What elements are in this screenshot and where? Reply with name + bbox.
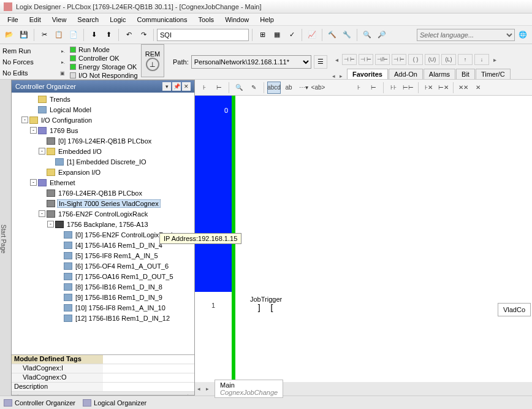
cut-icon[interactable]: ✂ [37, 28, 51, 42]
abcd-toggle-icon[interactable]: abcd [267, 82, 281, 94]
t3-icon[interactable]: ⊦⊦ [387, 82, 400, 94]
tree-item[interactable]: [6] 1756-OF4 Rem1_A_OUT_6 [13, 261, 193, 271]
mode-dropdown-icon[interactable]: ▸. [61, 48, 65, 54]
edits-dropdown-icon[interactable]: ▣ [60, 71, 65, 76]
redo-icon[interactable]: ↷ [137, 28, 150, 42]
menu-communications[interactable]: Communications [132, 15, 192, 25]
crossref-icon[interactable]: ⊞ [256, 28, 269, 42]
tag-icon[interactable]: ▦ [270, 28, 284, 42]
verify-icon[interactable]: ✓ [285, 28, 298, 42]
tree-item[interactable]: -1756 Backplane, 1756-A13 [13, 219, 193, 229]
palette-tab-timer/c[interactable]: Timer/C [476, 69, 511, 79]
tree-item[interactable]: [0] 1769-L24ER-QB1B PLCbox [13, 136, 193, 146]
tree-item[interactable]: 1769-L24ER-QB1B PLCbox [13, 188, 193, 198]
palette-left-icon[interactable]: ◂ [332, 55, 341, 64]
main-tab[interactable]: Main CognexJobChange [215, 380, 283, 398]
tree-item[interactable]: -1769 Bus [13, 125, 193, 136]
tree-expander-icon[interactable]: - [30, 127, 37, 134]
palette-tab-add-on[interactable]: Add-On [389, 69, 423, 79]
rung-0-selected[interactable]: 0 [195, 96, 232, 292]
undo-icon[interactable]: ↶ [122, 28, 135, 42]
language-select[interactable]: Select language... [417, 29, 515, 41]
element-button-1[interactable]: ⊣ ⊢ [359, 54, 373, 65]
quickfind-input[interactable] [157, 29, 249, 41]
path-browse-icon[interactable]: ☰ [314, 55, 327, 69]
element-button-4[interactable]: ( ) [408, 54, 423, 65]
tree-expander-icon[interactable]: - [21, 117, 28, 123]
build-icon[interactable]: 🔨 [325, 28, 339, 42]
open-icon[interactable]: 📂 [2, 28, 16, 42]
globe-icon[interactable]: 🌐 [516, 28, 530, 42]
tabs-right-icon[interactable]: ▸ [340, 73, 347, 79]
tree-expander-icon[interactable]: - [30, 179, 37, 186]
tree-item[interactable]: Logical Model [13, 104, 193, 115]
element-button-6[interactable]: (L) [441, 54, 456, 65]
menu-tools[interactable]: Tools [193, 15, 219, 25]
tree-expander-icon[interactable]: - [39, 148, 45, 155]
download-icon[interactable]: ⬇ [87, 28, 101, 42]
t6-icon[interactable]: ⊢✕ [436, 82, 450, 94]
pin-icon[interactable]: 📌 [172, 82, 181, 91]
palette-tab-alarms[interactable]: Alarms [424, 69, 455, 79]
logical-organizer-tab[interactable]: Logical Organizer [83, 399, 146, 407]
path-select[interactable]: PersonalNetwork\192.168.1.11* [191, 55, 311, 69]
tree-expander-icon[interactable]: - [39, 210, 45, 217]
tree-item[interactable]: [7] 1756-OA16 Rem1_D_OUT_5 [13, 271, 193, 281]
element-button-7[interactable]: ↑ [458, 54, 473, 65]
zoom-icon[interactable]: 🔍 [232, 82, 246, 94]
tree-item[interactable]: In-Sight 7000 Series VladCognex [13, 198, 193, 208]
code-icon[interactable]: <ab> [311, 82, 325, 94]
element-button-3[interactable]: ⊣ ⊢ [392, 54, 406, 65]
element-button-0[interactable]: ⊣ ⊢ [342, 54, 357, 65]
instruction-box[interactable]: VladCo [498, 303, 531, 316]
prop-row[interactable]: VladCognex:I [12, 364, 103, 373]
tree-item[interactable]: Trends [13, 94, 193, 104]
branch-icon[interactable]: ⊢ [212, 82, 226, 94]
xic-contact[interactable]: JobTrigger ] [ [250, 296, 282, 313]
palette-right-icon[interactable]: ▸ [490, 55, 499, 64]
tree-item[interactable]: [10] 1756-IF8 Rem1_A_IN_10 [13, 302, 193, 313]
menu-view[interactable]: View [47, 15, 72, 25]
tree-item[interactable]: Expansion I/O [13, 167, 193, 177]
tree-item[interactable]: -I/O Configuration [13, 115, 193, 125]
t1-icon[interactable]: ⊦ [352, 82, 365, 94]
tab-left-icon[interactable]: ◂ [197, 386, 206, 392]
organizer-tree[interactable]: TrendsLogical Model-I/O Configuration-17… [12, 93, 194, 354]
ladder-area[interactable]: 0 1 JobTrigger ] [ VladCo [195, 96, 532, 396]
tree-item[interactable]: [8] 1756-IB16 Rem1_D_IN_8 [13, 281, 193, 292]
tabs-left-icon[interactable]: ◂ [332, 73, 340, 79]
dropdown-icon[interactable]: ▾ [162, 82, 171, 91]
rung-1[interactable]: 1 JobTrigger ] [ VladCo [195, 293, 532, 324]
menu-logic[interactable]: Logic [105, 15, 131, 25]
palette-tab-bit[interactable]: Bit [456, 69, 475, 79]
menu-file[interactable]: File [2, 15, 23, 25]
tree-item[interactable]: [9] 1756-IB16 Rem1_D_IN_9 [13, 292, 193, 302]
t2-icon[interactable]: ⊢ [367, 82, 380, 94]
save-icon[interactable]: 💾 [17, 28, 31, 42]
tree-expander-icon[interactable]: - [47, 221, 54, 227]
forces-dropdown-icon[interactable]: ▸. [61, 59, 65, 65]
tree-item[interactable]: [1] Embedded Discrete_IO [13, 156, 193, 167]
trend-icon[interactable]: 📈 [305, 28, 319, 42]
palette-tab-favorites[interactable]: Favorites [347, 69, 388, 79]
copy-icon[interactable]: 📋 [52, 28, 66, 42]
dots-icon[interactable]: ⋯▾ [297, 82, 310, 94]
start-page-strip[interactable]: Start Page [0, 80, 11, 396]
element-button-2[interactable]: ⊣/⊢ [375, 54, 390, 65]
controller-organizer-tab[interactable]: Controller Organizer [4, 399, 75, 407]
tree-item[interactable]: -Ethernet [13, 177, 193, 188]
tree-item[interactable]: [5] 1756-IF8 Rem1_A_IN_5 [13, 250, 193, 261]
build-all-icon[interactable]: 🔧 [340, 28, 354, 42]
t8-icon[interactable]: ✕ [471, 82, 485, 94]
rung-icon[interactable]: ⊦ [197, 82, 211, 94]
menu-edit[interactable]: Edit [25, 15, 46, 25]
menu-search[interactable]: Search [72, 15, 104, 25]
upload-icon[interactable]: ⬆ [102, 28, 115, 42]
scrollbar[interactable]: ◂▸ [12, 392, 194, 395]
browse-icon[interactable]: 🔎 [375, 28, 389, 42]
paste-icon[interactable]: 📄 [67, 28, 80, 42]
prop-row[interactable]: VladCognex:O [12, 373, 103, 382]
search-icon[interactable]: 🔍 [360, 28, 374, 42]
ab-icon[interactable]: ab [282, 82, 295, 94]
edit-icon[interactable]: ✎ [247, 82, 260, 94]
